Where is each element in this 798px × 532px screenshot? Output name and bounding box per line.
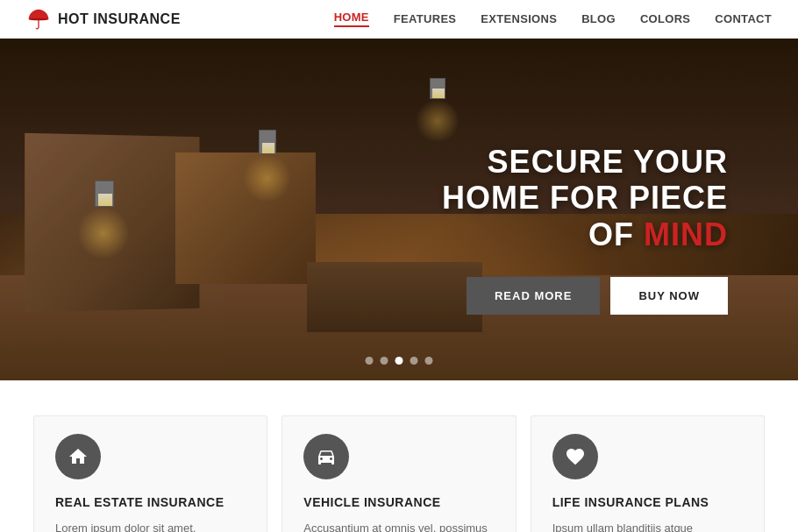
- logo-text: HOT INSURANCE: [58, 11, 181, 27]
- hero-content: SECURE YOUR HOME FOR PIECE OF MIND READ …: [442, 144, 728, 315]
- card-vehicle-title: VEHICLE INSURANCE: [303, 495, 494, 509]
- dot-5[interactable]: [425, 357, 433, 365]
- svg-point-0: [29, 18, 49, 20]
- card-icon-car: [303, 434, 349, 479]
- nav-extensions[interactable]: EXTENSIONS: [481, 12, 557, 25]
- nav-features[interactable]: FEATURES: [394, 12, 457, 25]
- logo: HOT INSURANCE: [26, 7, 181, 32]
- card-real-estate-title: REAL ESTATE INSURANCE: [55, 495, 246, 509]
- buy-now-button[interactable]: BUY NOW: [610, 277, 728, 315]
- card-vehicle-text: Accusantium at omnis vel, possimus fugia…: [303, 520, 494, 532]
- home-icon: [68, 446, 89, 467]
- hero-title: SECURE YOUR HOME FOR PIECE OF MIND: [442, 144, 728, 252]
- read-more-button[interactable]: READ MORE: [467, 277, 600, 315]
- card-real-estate: REAL ESTATE INSURANCE Lorem ipsum dolor …: [33, 415, 267, 532]
- hero-line3-highlight: MIND: [644, 216, 728, 252]
- main-nav: HOME FEATURES EXTENSIONS BLOG COLORS CON…: [334, 11, 772, 27]
- nav-blog[interactable]: BLOG: [581, 12, 616, 25]
- dot-1[interactable]: [366, 357, 374, 365]
- car-icon: [316, 446, 337, 467]
- umbrella-icon: [26, 7, 51, 32]
- hero-line3-prefix: OF: [588, 216, 644, 252]
- card-real-estate-text: Lorem ipsum dolor sit amet, consetetur s…: [55, 520, 246, 532]
- heart-icon: [565, 446, 586, 467]
- header: HOT INSURANCE HOME FEATURES EXTENSIONS B…: [0, 0, 798, 39]
- hero-line2: HOME FOR PIECE: [442, 180, 728, 216]
- nav-colors[interactable]: COLORS: [640, 12, 690, 25]
- hero-line3: OF MIND: [442, 216, 728, 252]
- hero-section: SECURE YOUR HOME FOR PIECE OF MIND READ …: [0, 39, 798, 380]
- dot-2[interactable]: [381, 357, 388, 365]
- card-icon-heart: [552, 434, 598, 479]
- hero-dots: [366, 357, 433, 365]
- card-vehicle: VEHICLE INSURANCE Accusantium at omnis v…: [281, 415, 516, 532]
- nav-contact[interactable]: CONTACT: [715, 12, 772, 25]
- nav-home[interactable]: HOME: [334, 11, 369, 27]
- hero-line1: SECURE YOUR: [442, 144, 728, 180]
- hero-buttons: READ MORE BUY NOW: [442, 277, 728, 315]
- dot-3[interactable]: [395, 357, 403, 365]
- cards-section: REAL ESTATE INSURANCE Lorem ipsum dolor …: [0, 380, 798, 532]
- card-life-title: LIFE INSURANCE PLANS: [552, 495, 743, 509]
- card-life-text: Ipsum ullam blanditiis atque assumenda i…: [552, 520, 743, 532]
- dot-4[interactable]: [410, 357, 418, 365]
- card-life: LIFE INSURANCE PLANS Ipsum ullam blandit…: [531, 415, 765, 532]
- card-icon-home: [55, 434, 101, 479]
